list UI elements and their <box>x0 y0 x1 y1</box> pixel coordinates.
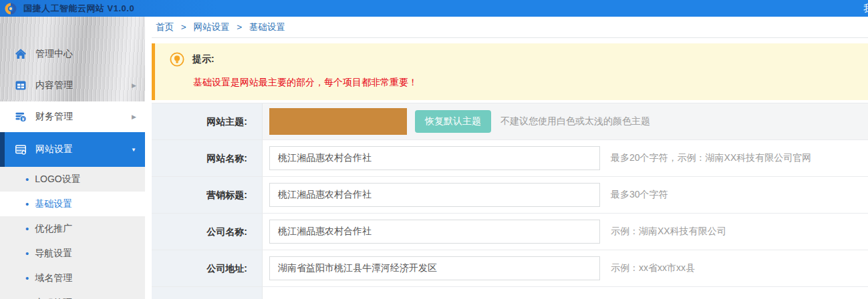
sidebar-subitem-nav-settings[interactable]: • 导航设置 <box>0 241 145 266</box>
company-address-hint: 示例：xx省xx市xx县 <box>611 262 695 274</box>
bullet-icon: • <box>25 273 29 283</box>
company-name-hint: 示例：湖南XX科技有限公司 <box>611 226 726 238</box>
breadcrumb-separator: > <box>237 22 242 32</box>
expand-arrow-icon: ▶ <box>132 113 136 120</box>
form-row-company-address: 公司地址: 示例：xx省xx市xx县 <box>152 250 868 287</box>
marketing-title-hint: 最多30个字符 <box>611 189 668 201</box>
collapse-caret-icon: ▼ <box>131 147 136 153</box>
sidebar-item-label: 管理中心 <box>35 48 73 60</box>
company-name-input[interactable] <box>269 220 600 244</box>
theme-hint: 不建议您使用白色或太浅的颜色主题 <box>500 115 650 127</box>
company-address-label: 公司地址: <box>152 250 263 286</box>
bullet-icon: • <box>25 248 29 258</box>
sidebar: 管理中心 内容管理 ▶ ¥ 财务管理 ▶ <box>0 17 145 299</box>
tip-title: 提示: <box>192 53 214 65</box>
subitem-label: 基础设置 <box>35 198 72 210</box>
partial-row-label <box>152 287 263 299</box>
site-name-hint: 最多20个字符，示例：湖南XX科技有限公司官网 <box>611 152 811 164</box>
sidebar-item-label: 财务管理 <box>35 111 73 123</box>
breadcrumb-separator: > <box>181 22 186 32</box>
finance-coins-icon: ¥ <box>15 111 27 123</box>
basic-settings-form: 网站主题: 恢复默认主题 不建议您使用白色或太浅的颜色主题 网站名称: 最多20… <box>152 103 868 299</box>
breadcrumb-home[interactable]: 首页 <box>156 22 174 32</box>
subitem-label: 优化推广 <box>35 223 72 235</box>
subitem-label: 域名管理 <box>35 272 72 284</box>
site-name-label: 网站名称: <box>152 140 263 176</box>
theme-color-swatch[interactable] <box>269 108 407 135</box>
company-address-input[interactable] <box>269 256 600 280</box>
app-title: 国捷人工智能云网站 V1.0.0 <box>23 3 134 15</box>
sidebar-item-admin-center[interactable]: 管理中心 <box>0 38 145 69</box>
topbar-user-text[interactable]: 我 <box>863 3 868 15</box>
expand-arrow-icon: ▶ <box>132 82 136 89</box>
form-row-site-name: 网站名称: 最多20个字符，示例：湖南XX科技有限公司官网 <box>152 140 868 177</box>
sidebar-item-label: 网站设置 <box>35 143 73 156</box>
website-window-icon: www <box>15 143 27 156</box>
breadcrumb-website-settings[interactable]: 网站设置 <box>193 22 229 32</box>
bullet-icon: • <box>25 224 29 234</box>
sidebar-subitem-seo[interactable]: • 优化推广 <box>0 216 145 241</box>
logo-icon <box>5 3 17 15</box>
topbar: 国捷人工智能云网站 V1.0.0 我 <box>0 0 868 17</box>
home-icon <box>15 48 27 60</box>
main-content: 首页 > 网站设置 > 基础设置 提示: 基础设置是网站最主要的部分，每个项目都… <box>152 17 868 299</box>
subitem-label: 客服管理 <box>35 297 72 299</box>
sidebar-item-label: 内容管理 <box>35 79 73 91</box>
subitem-label: LOGO设置 <box>35 174 80 186</box>
sidebar-item-finance-mgmt[interactable]: ¥ 财务管理 ▶ <box>0 101 145 132</box>
bullet-icon: • <box>25 199 29 209</box>
tip-message: 基础设置是网站最主要的部分，每个项目都非常重要！ <box>193 77 861 89</box>
sidebar-subitem-customer-service[interactable]: • 客服管理 <box>0 290 145 299</box>
sidebar-subitem-logo-settings[interactable]: • LOGO设置 <box>0 167 145 192</box>
content-grid-icon <box>15 79 27 91</box>
sidebar-submenu: • LOGO设置 • 基础设置 • 优化推广 • 导航设置 • 域名管理 • 客… <box>0 167 145 299</box>
form-row-partial <box>152 287 868 299</box>
form-row-marketing-title: 营销标题: 最多30个字符 <box>152 177 868 214</box>
site-name-input[interactable] <box>269 146 600 170</box>
sidebar-item-content-mgmt[interactable]: 内容管理 ▶ <box>0 69 145 101</box>
sidebar-subitem-basic-settings[interactable]: • 基础设置 <box>0 192 145 216</box>
form-row-company-name: 公司名称: 示例：湖南XX科技有限公司 <box>152 214 868 250</box>
restore-default-theme-button[interactable]: 恢复默认主题 <box>415 110 491 133</box>
website-theme-label: 网站主题: <box>152 103 263 139</box>
bullet-icon: • <box>25 174 29 184</box>
tip-box: 提示: 基础设置是网站最主要的部分，每个项目都非常重要！ <box>152 43 868 100</box>
sidebar-item-website-settings[interactable]: www 网站设置 ▼ <box>0 132 145 167</box>
breadcrumb: 首页 > 网站设置 > 基础设置 <box>152 17 868 38</box>
marketing-title-input[interactable] <box>269 183 600 207</box>
company-name-label: 公司名称: <box>152 214 263 250</box>
lightbulb-icon <box>170 52 184 67</box>
marketing-title-label: 营销标题: <box>152 177 263 213</box>
breadcrumb-basic-settings[interactable]: 基础设置 <box>249 22 285 32</box>
subitem-label: 导航设置 <box>35 248 72 260</box>
sidebar-menu: 管理中心 内容管理 ▶ ¥ 财务管理 ▶ <box>0 38 145 299</box>
sidebar-subitem-domain-mgmt[interactable]: • 域名管理 <box>0 266 145 290</box>
form-row-theme: 网站主题: 恢复默认主题 不建议您使用白色或太浅的颜色主题 <box>152 103 868 140</box>
